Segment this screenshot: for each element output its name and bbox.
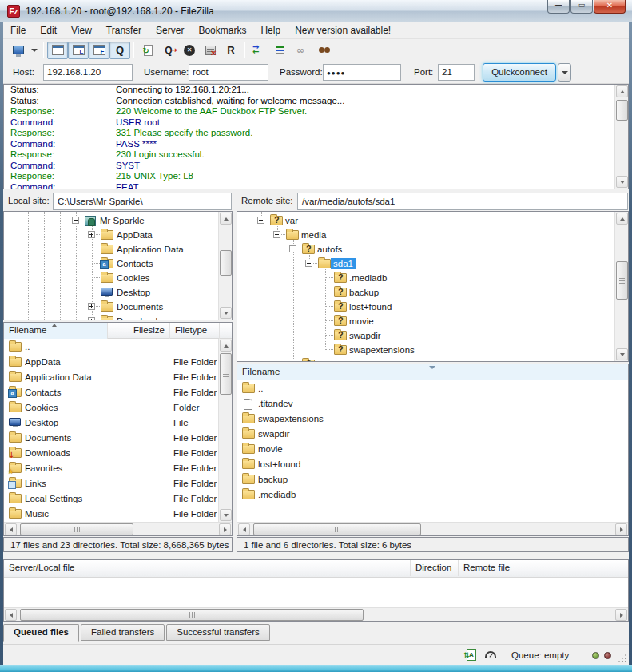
file-row[interactable]: .titandev xyxy=(237,396,628,412)
file-row[interactable]: swapextensions xyxy=(237,412,628,427)
scrollbar-thumb[interactable] xyxy=(20,609,364,621)
scrollbar-thumb[interactable] xyxy=(220,250,232,276)
file-row[interactable]: .. xyxy=(4,340,232,355)
tree-item[interactable]: lost+found xyxy=(237,300,628,314)
tree-item[interactable]: media xyxy=(237,228,628,242)
tab-failed-transfers[interactable]: Failed transfers xyxy=(81,624,165,641)
file-row[interactable]: Desktop File xyxy=(4,416,232,431)
process-queue-icon[interactable]: Q→ xyxy=(158,42,179,59)
scroll-up-button[interactable] xyxy=(616,213,628,225)
menu-view[interactable]: View xyxy=(64,22,99,39)
local-list-vscrollbar[interactable] xyxy=(218,339,232,522)
scrollbar-thumb[interactable] xyxy=(220,353,232,395)
column-header-remote-file[interactable]: Remote file xyxy=(459,560,628,576)
quickconnect-dropdown[interactable] xyxy=(558,63,571,82)
collapse-toggle-icon[interactable] xyxy=(72,217,79,224)
scroll-left-button[interactable] xyxy=(238,523,250,535)
local-tree-scrollbar[interactable] xyxy=(218,212,232,320)
tree-item[interactable]: Application Data xyxy=(4,242,232,256)
toggle-message-log-icon[interactable] xyxy=(47,42,68,59)
file-row[interactable]: backup xyxy=(237,472,628,487)
scroll-up-button[interactable] xyxy=(220,213,232,225)
tree-item[interactable]: swapextensions xyxy=(237,343,628,357)
menu-file[interactable]: File xyxy=(3,22,33,39)
remote-tree-scrollbar[interactable] xyxy=(614,212,628,361)
tree-item[interactable]: dvd xyxy=(237,357,628,362)
scrollbar-thumb[interactable] xyxy=(616,261,628,300)
tree-item[interactable]: Downloads xyxy=(4,314,232,320)
resize-grip[interactable] xyxy=(618,654,626,662)
file-row[interactable]: Downloads File Folder xyxy=(4,446,232,461)
tree-item[interactable]: Documents xyxy=(4,300,232,314)
file-row[interactable]: Contacts File Folder xyxy=(4,385,232,400)
expand-toggle-icon[interactable] xyxy=(88,317,95,320)
scroll-down-button[interactable] xyxy=(220,307,232,319)
file-row[interactable]: AppData File Folder xyxy=(4,355,232,370)
host-input[interactable]: 192.168.1.20 xyxy=(43,64,133,81)
scrollbar-thumb[interactable] xyxy=(20,523,133,535)
tree-item[interactable]: AppData xyxy=(4,228,232,242)
file-row[interactable]: Favorites File Folder xyxy=(4,461,232,476)
scroll-right-button[interactable] xyxy=(615,523,627,535)
column-header-direction[interactable]: Direction xyxy=(411,560,459,576)
file-row[interactable]: lost+found xyxy=(237,457,628,472)
tree-item[interactable]: Cookies xyxy=(4,271,232,285)
local-site-combobox[interactable]: C:\Users\Mr Sparkle\ xyxy=(53,193,232,210)
close-button[interactable]: ✕ xyxy=(594,0,626,14)
reconnect-icon[interactable]: R xyxy=(221,42,241,59)
scrollbar-thumb[interactable] xyxy=(253,523,421,535)
menu-edit[interactable]: Edit xyxy=(33,22,64,39)
menu-help[interactable]: Help xyxy=(253,22,288,39)
menu-transfer[interactable]: Transfer xyxy=(99,22,149,39)
file-row[interactable]: .. xyxy=(237,381,628,396)
directory-comparison-icon[interactable] xyxy=(269,42,290,59)
site-manager-dropdown-icon[interactable] xyxy=(29,42,40,59)
file-row[interactable]: Local Settings File Folder xyxy=(4,491,232,507)
tree-item[interactable]: backup xyxy=(237,285,628,300)
collapse-toggle-icon[interactable] xyxy=(289,245,296,252)
toggle-queue-icon[interactable]: Q xyxy=(109,42,130,59)
collapse-toggle-icon[interactable] xyxy=(305,260,312,267)
filter-icon[interactable]: ∞ xyxy=(290,42,311,59)
scroll-down-button[interactable] xyxy=(616,176,628,188)
file-row[interactable]: .mediadb xyxy=(237,487,628,503)
tree-item[interactable]: Desktop xyxy=(4,285,232,300)
tree-item[interactable]: .mediadb xyxy=(237,271,628,285)
file-row[interactable]: Application Data File Folder xyxy=(4,370,232,385)
scroll-right-button[interactable] xyxy=(615,609,627,621)
file-row[interactable]: Links File Folder xyxy=(4,476,232,491)
tab-queued-files[interactable]: Queued files xyxy=(3,624,79,642)
toggle-local-tree-icon[interactable]: L xyxy=(68,42,89,59)
scroll-up-button[interactable] xyxy=(220,340,232,352)
quickconnect-button[interactable]: Quickconnect xyxy=(483,63,556,82)
remote-site-combobox[interactable]: /var/media/autofs/sda1 xyxy=(297,193,628,210)
scrollbar-thumb[interactable] xyxy=(616,100,628,121)
tree-item-selected[interactable]: sda1 xyxy=(237,256,628,271)
file-row[interactable]: Documents File Folder xyxy=(4,431,232,446)
collapse-toggle-icon[interactable] xyxy=(273,231,280,238)
local-list-hscrollbar[interactable] xyxy=(4,522,232,535)
file-row[interactable]: movie xyxy=(237,442,628,457)
speed-limits-icon[interactable] xyxy=(485,651,496,658)
maximize-button[interactable]: ▭ xyxy=(570,0,593,14)
cancel-icon[interactable]: ✕ xyxy=(179,42,200,59)
file-row[interactable]: swapdir xyxy=(237,427,628,442)
log-scrollbar[interactable] xyxy=(614,85,628,189)
port-input[interactable]: 21 xyxy=(438,64,475,81)
scroll-up-button[interactable] xyxy=(616,85,628,97)
collapse-toggle-icon[interactable] xyxy=(257,217,264,224)
scroll-down-button[interactable] xyxy=(220,509,232,521)
tree-item[interactable]: Contacts xyxy=(4,256,232,271)
scroll-left-button[interactable] xyxy=(5,523,17,535)
tree-item[interactable]: movie xyxy=(237,314,628,328)
tree-item[interactable]: autofs xyxy=(237,242,628,256)
scroll-right-button[interactable] xyxy=(219,523,231,535)
menu-server[interactable]: Server xyxy=(149,22,191,39)
expand-toggle-icon[interactable] xyxy=(88,303,95,310)
tab-successful-transfers[interactable]: Successful transfers xyxy=(166,624,270,641)
scroll-down-button[interactable] xyxy=(616,348,628,360)
disconnect-icon[interactable]: ✕ xyxy=(200,42,221,59)
titlebar[interactable]: Fz 192.168.1.20 - root@192.168.1.20 - Fi… xyxy=(0,0,632,22)
username-input[interactable]: root xyxy=(189,64,268,81)
transfer-type-icon[interactable]: A xyxy=(467,649,476,661)
